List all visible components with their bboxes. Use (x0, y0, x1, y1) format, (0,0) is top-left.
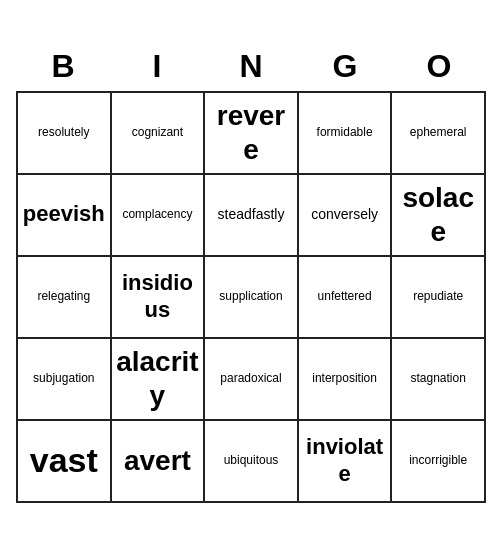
cell-text: avert (124, 444, 191, 478)
cell-text: alacrity (116, 345, 200, 412)
bingo-cell-r3-c0: subjugation (18, 339, 112, 421)
bingo-cell-r0-c2: revere (205, 93, 299, 175)
cell-text: supplication (219, 289, 282, 303)
bingo-cell-r0-c1: cognizant (112, 93, 206, 175)
header-letter-o: O (392, 42, 486, 91)
bingo-cell-r1-c3: conversely (299, 175, 393, 257)
cell-text: repudiate (413, 289, 463, 303)
cell-text: stagnation (410, 371, 465, 385)
cell-text: conversely (311, 206, 378, 223)
bingo-cell-r0-c0: resolutely (18, 93, 112, 175)
bingo-grid: resolutelycognizantrevereformidableephem… (16, 91, 486, 503)
bingo-cell-r1-c1: complacency (112, 175, 206, 257)
cell-text: peevish (23, 201, 105, 227)
bingo-cell-r2-c3: unfettered (299, 257, 393, 339)
bingo-cell-r3-c3: interposition (299, 339, 393, 421)
bingo-card: BINGO resolutelycognizantrevereformidabl… (16, 42, 486, 503)
cell-text: ubiquitous (224, 453, 279, 467)
cell-text: revere (209, 99, 293, 166)
bingo-cell-r1-c0: peevish (18, 175, 112, 257)
cell-text: unfettered (318, 289, 372, 303)
cell-text: formidable (317, 125, 373, 139)
cell-text: subjugation (33, 371, 94, 385)
header-letter-n: N (204, 42, 298, 91)
cell-text: interposition (312, 371, 377, 385)
bingo-cell-r2-c0: relegating (18, 257, 112, 339)
bingo-cell-r1-c4: solace (392, 175, 486, 257)
cell-text: incorrigible (409, 453, 467, 467)
bingo-cell-r2-c2: supplication (205, 257, 299, 339)
bingo-cell-r1-c2: steadfastly (205, 175, 299, 257)
header-letter-b: B (16, 42, 110, 91)
cell-text: vast (30, 440, 98, 481)
cell-text: relegating (37, 289, 90, 303)
cell-text: complacency (122, 207, 192, 221)
cell-text: steadfastly (218, 206, 285, 223)
bingo-cell-r4-c0: vast (18, 421, 112, 503)
bingo-cell-r0-c3: formidable (299, 93, 393, 175)
bingo-cell-r4-c4: incorrigible (392, 421, 486, 503)
header-letter-g: G (298, 42, 392, 91)
cell-text: solace (396, 181, 480, 248)
cell-text: insidious (116, 270, 200, 323)
cell-text: resolutely (38, 125, 89, 139)
bingo-cell-r4-c2: ubiquitous (205, 421, 299, 503)
bingo-cell-r3-c4: stagnation (392, 339, 486, 421)
bingo-cell-r3-c2: paradoxical (205, 339, 299, 421)
bingo-cell-r0-c4: ephemeral (392, 93, 486, 175)
cell-text: ephemeral (410, 125, 467, 139)
bingo-cell-r2-c4: repudiate (392, 257, 486, 339)
bingo-cell-r4-c1: avert (112, 421, 206, 503)
bingo-cell-r2-c1: insidious (112, 257, 206, 339)
bingo-header: BINGO (16, 42, 486, 91)
cell-text: paradoxical (220, 371, 281, 385)
header-letter-i: I (110, 42, 204, 91)
cell-text: cognizant (132, 125, 183, 139)
bingo-cell-r4-c3: inviolate (299, 421, 393, 503)
cell-text: inviolate (303, 434, 387, 487)
bingo-cell-r3-c1: alacrity (112, 339, 206, 421)
